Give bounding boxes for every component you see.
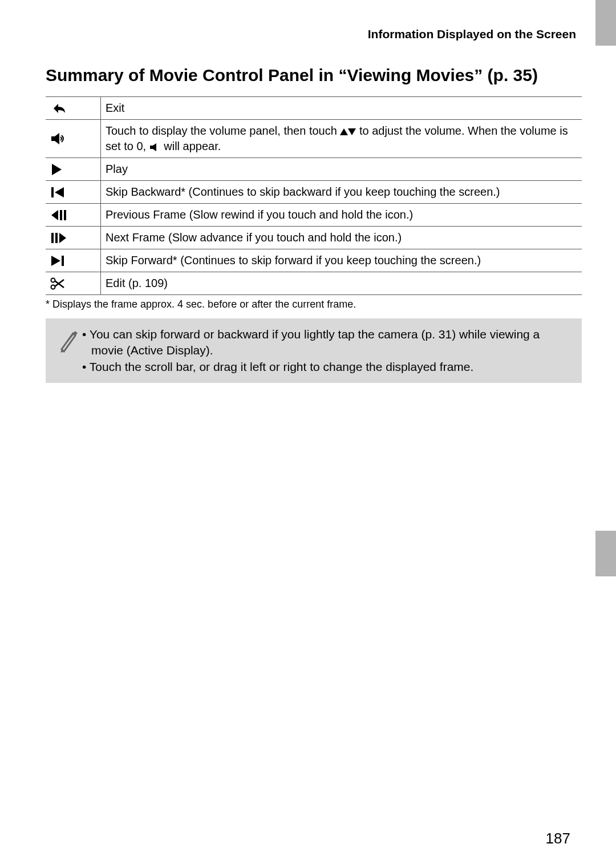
table-row: Skip Forward* (Continues to skip forward… <box>46 249 582 272</box>
thumb-tab-mid <box>595 531 616 576</box>
up-triangle-icon <box>340 128 348 135</box>
thumb-tab-top <box>595 0 616 46</box>
row-text: Exit <box>106 102 124 114</box>
svg-rect-1 <box>60 210 62 220</box>
table-row: Skip Backward* (Continues to skip backwa… <box>46 181 582 204</box>
control-panel-table: Exit Touch to display the volume panel, … <box>46 96 582 295</box>
table-row: Previous Frame (Slow rewind if you touch… <box>46 204 582 227</box>
tip-text: Touch the scroll bar, or drag it left or… <box>90 360 474 373</box>
svg-rect-2 <box>64 210 66 220</box>
frame-back-icon <box>50 209 96 221</box>
return-icon <box>50 102 96 115</box>
page-number: 187 <box>546 830 570 847</box>
scissors-icon <box>50 277 96 290</box>
bullet: • <box>82 328 90 341</box>
tip-text: You can skip forward or backward if you … <box>90 328 540 357</box>
row-text: Skip Backward* (Continues to skip backwa… <box>106 185 500 198</box>
svg-rect-3 <box>51 233 54 243</box>
table-row: Next Frame (Slow advance if you touch an… <box>46 227 582 249</box>
row-text: Play <box>106 163 128 175</box>
mute-icon <box>149 143 161 152</box>
skip-fwd-icon <box>50 255 96 267</box>
running-head: Information Displayed on the Screen <box>46 27 576 41</box>
play-icon <box>50 163 96 176</box>
table-row: Play <box>46 158 582 181</box>
table-row: Exit <box>46 97 582 120</box>
volume-icon <box>50 132 96 146</box>
row-text: Edit (p. 109) <box>106 277 168 289</box>
svg-point-7 <box>51 285 55 289</box>
frame-fwd-icon <box>50 232 96 244</box>
section-heading: Summary of Movie Control Panel in “Viewi… <box>46 64 582 86</box>
footnote: * Displays the frame approx. 4 sec. befo… <box>46 298 582 310</box>
row-text: Skip Forward* (Continues to skip forward… <box>106 254 481 267</box>
pencil-icon <box>58 328 78 353</box>
down-triangle-icon <box>348 128 356 135</box>
skip-back-icon <box>50 186 96 199</box>
row-text: Previous Frame (Slow rewind if you touch… <box>106 208 413 221</box>
tip-box: • You can skip forward or backward if yo… <box>46 318 582 383</box>
row-text: Touch to display the volume panel, then … <box>106 124 340 137</box>
svg-rect-0 <box>51 187 54 197</box>
row-text: will appear. <box>164 140 221 152</box>
row-text: Next Frame (Slow advance if you touch an… <box>106 231 402 244</box>
svg-rect-4 <box>55 233 58 243</box>
table-row: Edit (p. 109) <box>46 272 582 295</box>
table-row: Touch to display the volume panel, then … <box>46 120 582 158</box>
svg-point-6 <box>51 278 55 282</box>
bullet: • <box>82 360 90 373</box>
svg-rect-5 <box>62 256 64 266</box>
